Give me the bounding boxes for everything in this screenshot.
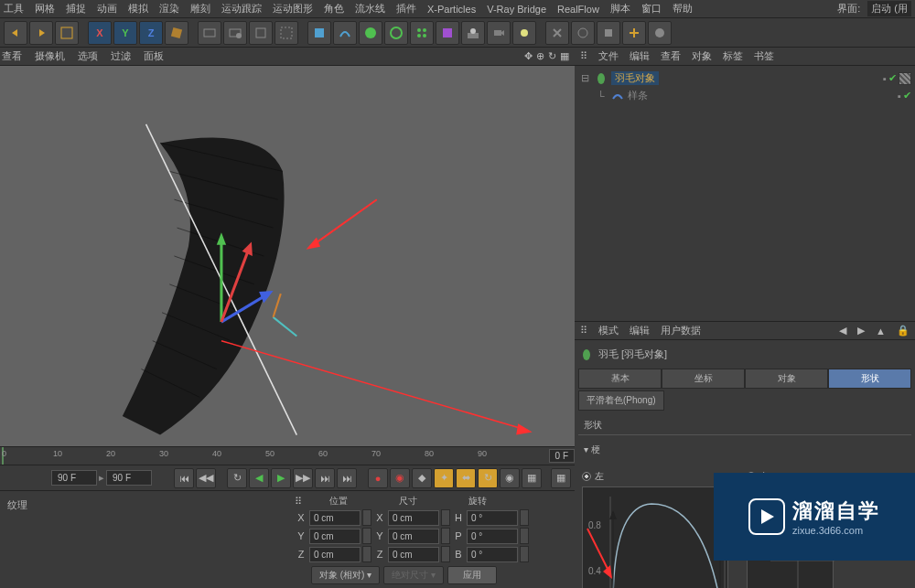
generator-button[interactable] (359, 21, 382, 45)
radio-left[interactable]: 左 (582, 470, 728, 483)
vis-editor-icon[interactable]: ▪ (883, 73, 887, 84)
am-lock-icon[interactable]: 🔒 (897, 325, 910, 337)
om-menu-bookmark[interactable]: 书签 (754, 49, 774, 63)
select-button[interactable] (55, 21, 79, 45)
subtab-phong[interactable]: 平滑着色(Phong) (578, 390, 664, 411)
tool-misc2-button[interactable] (571, 21, 595, 45)
vp-menu-camera[interactable]: 摄像机 (35, 49, 65, 63)
key-rot-button[interactable]: ↻ (478, 468, 498, 488)
menu-tools[interactable]: 工具 (4, 2, 24, 16)
coord-sys-button[interactable] (165, 21, 188, 45)
array-button[interactable] (410, 21, 434, 45)
object-name-feather[interactable]: 羽毛对象 (611, 71, 659, 85)
om-menu-tags[interactable]: 标签 (723, 49, 743, 63)
pos-y-input[interactable] (309, 529, 361, 544)
menu-pipe[interactable]: 流水线 (355, 2, 385, 16)
am-nav-fwd-icon[interactable]: ▶ (857, 325, 865, 337)
object-name-spline[interactable]: 样条 (628, 89, 648, 102)
generator2-button[interactable] (384, 21, 408, 45)
camera-button[interactable] (487, 21, 511, 45)
menu-vray[interactable]: V-Ray Bridge (487, 4, 546, 15)
rot-h-input[interactable] (467, 510, 518, 526)
tool-misc5-button[interactable] (648, 21, 672, 45)
sound-button[interactable]: ▦ (551, 468, 571, 488)
render-region-button[interactable] (274, 21, 298, 45)
menu-xpart[interactable]: X-Particles (427, 4, 476, 15)
vis-render-icon-2[interactable]: ✔ (903, 90, 911, 102)
tool-misc3-button[interactable] (597, 21, 620, 45)
next-frame-button[interactable]: ▶▶ (293, 468, 313, 488)
curve-graph-left[interactable]: 0.8 0.4 (582, 486, 728, 588)
size-x-input[interactable] (388, 510, 439, 526)
rot-p-spinner[interactable] (520, 528, 529, 544)
vp-rotate-icon[interactable]: ↻ (548, 50, 556, 62)
vp-zoom-icon[interactable]: ⊕ (536, 50, 544, 62)
tool-misc4-button[interactable] (622, 21, 646, 45)
am-nav-back-icon[interactable]: ◀ (839, 325, 846, 337)
coord-mode-dropdown[interactable]: 对象 (相对) ▾ (311, 566, 380, 584)
vp-menu-panel[interactable]: 面板 (144, 49, 164, 63)
om-menu-edit[interactable]: 编辑 (630, 49, 650, 63)
size-mode-dropdown[interactable]: 绝对尺寸 ▾ (383, 566, 444, 584)
vis-editor-icon-2[interactable]: ▪ (898, 91, 901, 102)
menu-anim[interactable]: 动画 (97, 2, 117, 16)
goto-end-button[interactable]: ⏭ (337, 468, 357, 488)
play-fwd-button[interactable]: ▶ (271, 468, 291, 488)
size-y-input[interactable] (388, 529, 439, 544)
size-z-spinner[interactable] (441, 546, 450, 562)
menu-mesh[interactable]: 网格 (35, 2, 55, 16)
menu-sim[interactable]: 模拟 (128, 2, 148, 16)
object-row-feather[interactable]: ⊟ 羽毛对象 ▪ ✔ (578, 69, 911, 87)
am-grip-icon[interactable]: ⠿ (580, 325, 587, 337)
prev-key-button[interactable]: ◀◀ (196, 468, 216, 488)
goto-start-button[interactable]: ⏮ (174, 468, 194, 488)
menu-char[interactable]: 角色 (324, 2, 344, 16)
tab-shape[interactable]: 形状 (828, 369, 911, 389)
vp-nav-icon[interactable]: ✥ (524, 50, 533, 62)
render-settings-button[interactable] (249, 21, 273, 45)
menu-mograph[interactable]: 运动图形 (273, 2, 313, 16)
pos-z-spinner[interactable] (362, 546, 371, 562)
key-scale-button[interactable]: ⬌ (456, 468, 476, 488)
light-button[interactable] (512, 21, 536, 45)
spline-button[interactable] (333, 21, 357, 45)
pos-z-input[interactable] (309, 547, 361, 562)
tab-object[interactable]: 对象 (745, 369, 828, 389)
om-menu-view[interactable]: 查看 (661, 49, 681, 63)
section-quill-header[interactable]: ▾ 梗 (578, 441, 911, 459)
rot-h-spinner[interactable] (520, 509, 529, 526)
layout-value[interactable]: 启动 (用 (867, 1, 911, 16)
play-back-button[interactable]: ◀ (249, 468, 269, 488)
menu-sculpt[interactable]: 雕刻 (190, 2, 210, 16)
am-nav-up-icon[interactable]: ▲ (876, 326, 886, 337)
timeline-ruler[interactable]: 0 10 20 30 40 50 60 70 80 90 0 F (0, 446, 575, 465)
loop-button[interactable]: ↻ (227, 468, 247, 488)
menu-realflow[interactable]: RealFlow (557, 4, 599, 15)
menu-mtrack[interactable]: 运动跟踪 (221, 2, 262, 16)
size-z-input[interactable] (388, 547, 439, 562)
record-button[interactable]: ● (368, 468, 388, 488)
phong-tag-icon[interactable] (899, 72, 911, 85)
redo-button[interactable] (29, 21, 53, 45)
size-x-spinner[interactable] (441, 509, 450, 526)
tree-collapse-icon[interactable]: ⊟ (578, 72, 591, 84)
menu-window[interactable]: 窗口 (641, 2, 662, 16)
render-view-button[interactable] (198, 21, 221, 45)
rot-b-spinner[interactable] (520, 546, 529, 562)
tool-misc1-button[interactable] (545, 21, 569, 45)
menu-plugin[interactable]: 插件 (396, 2, 416, 16)
menu-render[interactable]: 渲染 (159, 2, 179, 16)
environment-button[interactable] (461, 21, 485, 45)
pos-y-spinner[interactable] (362, 528, 371, 544)
object-manager-tree[interactable]: ⊟ 羽毛对象 ▪ ✔ └ 样条 ▪ ✔ (575, 66, 915, 322)
om-menu-file[interactable]: 文件 (598, 49, 619, 63)
end-frame-input[interactable]: 90 F (106, 470, 152, 486)
vp-menu-filter[interactable]: 过滤 (111, 49, 131, 63)
axis-x-button[interactable]: X (88, 21, 112, 45)
am-menu-edit[interactable]: 编辑 (630, 324, 650, 337)
deformer-button[interactable] (436, 21, 459, 45)
rot-p-input[interactable] (467, 529, 518, 544)
cube-primitive-button[interactable] (307, 21, 331, 45)
object-row-spline[interactable]: └ 样条 ▪ ✔ (578, 87, 911, 104)
vp-menu-view[interactable]: 查看 (2, 49, 22, 63)
